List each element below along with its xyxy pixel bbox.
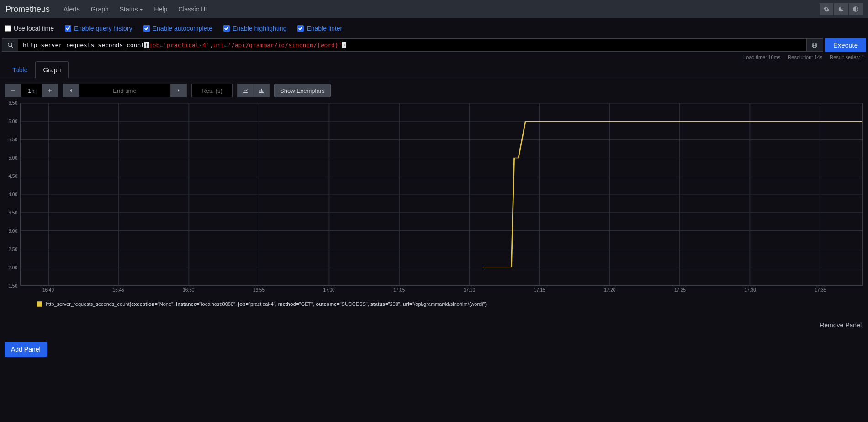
brand[interactable]: Prometheus <box>5 5 50 14</box>
legend-swatch <box>37 301 42 307</box>
linechart-icon[interactable] <box>237 84 254 97</box>
chk-highlighting-label: Enable highlighting <box>233 25 286 32</box>
endtime-prev-button[interactable] <box>63 84 79 97</box>
chk-history-label: Enable query history <box>74 25 132 32</box>
gear-icon[interactable] <box>820 3 833 15</box>
plot[interactable] <box>20 103 863 286</box>
x-tick: 17:15 <box>534 288 545 293</box>
range-value[interactable]: 1h <box>21 84 42 97</box>
options-row: Use local time Enable query history Enab… <box>0 18 868 38</box>
meta-result: Result series: 1 <box>830 54 864 60</box>
execute-button[interactable]: Execute <box>825 38 866 52</box>
x-tick: 16:40 <box>42 288 54 293</box>
x-tick: 17:35 <box>815 288 826 293</box>
tab-graph[interactable]: Graph <box>35 61 69 78</box>
y-tick: 5.00 <box>9 155 17 160</box>
x-tick: 16:45 <box>113 288 124 293</box>
nav-status[interactable]: Status <box>115 3 148 16</box>
stackedchart-icon[interactable] <box>254 84 270 97</box>
y-tick: 6.00 <box>9 119 17 124</box>
moon-icon[interactable] <box>834 3 848 15</box>
endtime-next-button[interactable] <box>170 84 187 97</box>
nav-graph[interactable]: Graph <box>86 3 113 16</box>
chart-area: 1.502.002.503.003.504.004.505.005.506.00… <box>0 103 868 316</box>
legend-text: http_server_requests_seconds_count{excep… <box>46 301 487 307</box>
range-group: 1h <box>5 84 58 97</box>
chk-history-input[interactable] <box>65 25 71 32</box>
x-tick: 16:50 <box>183 288 194 293</box>
endtime-group <box>63 84 187 97</box>
remove-panel-link[interactable]: Remove Panel <box>820 321 862 329</box>
chk-local-time-label: Use local time <box>14 25 54 32</box>
y-tick: 2.50 <box>9 247 17 252</box>
query-row: http_server_requests_seconds_count{job='… <box>0 38 868 52</box>
y-tick: 3.00 <box>9 229 17 234</box>
controls-row: 1h Show Exemplars <box>0 78 868 103</box>
y-tick: 5.50 <box>9 137 17 142</box>
meta-row: Load time: 10ms Resolution: 14s Result s… <box>0 52 868 61</box>
chk-linter-input[interactable] <box>297 25 304 32</box>
x-tick: 16:55 <box>253 288 265 293</box>
x-tick: 17:20 <box>604 288 615 293</box>
y-axis: 1.502.002.503.003.504.004.505.005.506.00… <box>5 103 20 286</box>
charttype-group <box>237 84 270 97</box>
chk-linter-label: Enable linter <box>307 25 342 32</box>
chk-local-time-input[interactable] <box>5 25 11 32</box>
chk-linter[interactable]: Enable linter <box>297 25 342 32</box>
range-minus-button[interactable] <box>5 84 21 97</box>
nav-help[interactable]: Help <box>149 3 172 16</box>
nav-right-icons <box>820 3 863 15</box>
x-tick: 17:05 <box>393 288 405 293</box>
legend[interactable]: http_server_requests_seconds_count{excep… <box>5 295 863 311</box>
chk-autocomplete-input[interactable] <box>143 25 150 32</box>
x-tick: 17:25 <box>674 288 686 293</box>
meta-resolution: Resolution: 14s <box>788 54 822 60</box>
contrast-icon[interactable] <box>849 3 863 15</box>
panel-footer: Remove Panel <box>0 316 868 337</box>
x-axis: 16:4016:4516:5016:5517:0017:0517:1017:15… <box>20 287 863 295</box>
chk-highlighting-input[interactable] <box>223 25 230 32</box>
range-plus-button[interactable] <box>42 84 58 97</box>
endtime-input[interactable] <box>79 84 170 97</box>
add-panel-row: Add Panel <box>0 337 868 362</box>
chk-autocomplete-label: Enable autocomplete <box>153 25 213 32</box>
resolution-input[interactable] <box>191 84 233 97</box>
meta-load: Load time: 10ms <box>743 54 780 60</box>
y-tick: 3.50 <box>9 210 17 215</box>
search-icon[interactable] <box>2 38 18 52</box>
nav-classic[interactable]: Classic UI <box>174 3 212 16</box>
x-tick: 17:30 <box>745 288 756 293</box>
chk-autocomplete[interactable]: Enable autocomplete <box>143 25 213 32</box>
y-tick: 1.50 <box>9 283 17 288</box>
show-exemplars-button[interactable]: Show Exemplars <box>274 84 331 97</box>
navbar: Prometheus Alerts Graph Status Help Clas… <box>0 0 868 18</box>
chk-local-time[interactable]: Use local time <box>5 25 54 32</box>
globe-icon[interactable] <box>807 38 823 52</box>
chk-history[interactable]: Enable query history <box>65 25 132 32</box>
y-tick: 4.00 <box>9 192 17 197</box>
query-input[interactable]: http_server_requests_seconds_count{job='… <box>18 38 807 52</box>
y-tick: 4.50 <box>9 174 17 179</box>
chk-highlighting[interactable]: Enable highlighting <box>223 25 286 32</box>
tab-table[interactable]: Table <box>5 61 35 78</box>
y-tick: 6.50 <box>9 101 17 106</box>
chart[interactable]: 1.502.002.503.003.504.004.505.005.506.00… <box>5 103 863 295</box>
nav-alerts[interactable]: Alerts <box>59 3 85 16</box>
x-tick: 17:10 <box>464 288 475 293</box>
y-tick: 2.00 <box>9 265 17 270</box>
add-panel-button[interactable]: Add Panel <box>5 342 47 357</box>
x-tick: 17:00 <box>323 288 335 293</box>
nav-links: Alerts Graph Status Help Classic UI <box>59 3 212 16</box>
tabs: Table Graph <box>0 61 868 78</box>
